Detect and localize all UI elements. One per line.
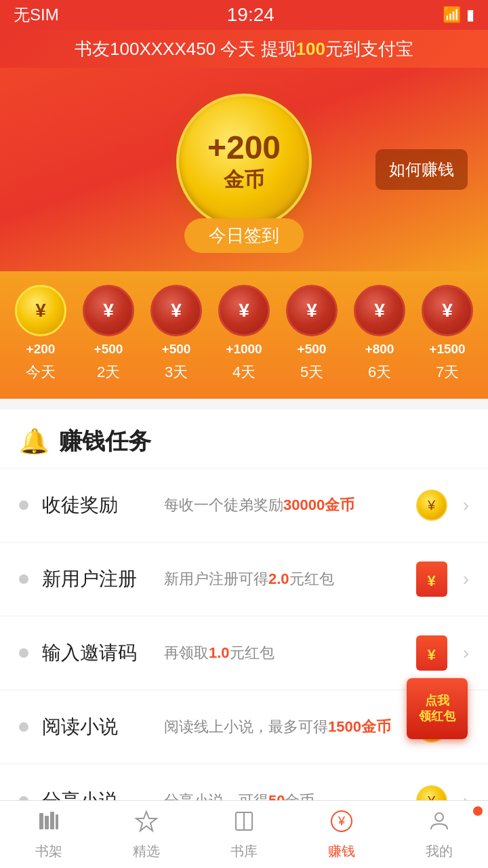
banner-suffix: 元到支付宝 [325,39,413,59]
streak-item-4[interactable]: ¥+5005天 [286,285,338,382]
nav-label-我的: 我的 [426,842,453,861]
streak-item-6[interactable]: ¥+15007天 [422,285,473,382]
banner-text: 书友100XXXX450 今天 提现100元到支付宝 [75,37,413,61]
task-item-0[interactable]: 收徒奖励每收一个徒弟奖励30000金币¥› [0,469,488,542]
streak-amount-5: +800 [365,342,394,357]
bottom-nav: 书架精选书库¥赚钱我的 [0,800,488,868]
task-desc-3: 阅读线上小说，最多可得1500金币 [164,717,401,738]
streak-coin-6: ¥ [422,285,473,336]
streak-item-0[interactable]: ¥+200今天 [15,285,66,382]
status-icons: 📶 ▮ [443,6,474,24]
nav-label-精选: 精选 [133,842,160,861]
streak-amount-4: +500 [298,342,327,357]
streak-amount-6: +1500 [429,342,465,357]
bell-icon: 🔔 [19,427,49,456]
nav-icon-我的 [427,809,451,840]
streak-section: ¥+200今天¥+5002天¥+5003天¥+10004天¥+5005天¥+80… [0,271,488,399]
streak-day-6: 7天 [436,362,459,382]
streak-amount-1: +500 [94,342,123,357]
promo-banner: 书友100XXXX450 今天 提现100元到支付宝 [0,30,488,68]
nav-label-书架: 书架 [35,842,62,861]
task-name-1: 新用户注册 [42,566,150,592]
nav-icon-书库 [232,809,256,840]
checkin-coin[interactable]: +200 金币 今日签到 [176,94,312,253]
time-label: 19:24 [227,4,274,26]
nav-label-书库: 书库 [230,842,258,861]
nav-icon-精选 [134,809,159,840]
streak-coin-2: ¥ [150,285,202,336]
nav-item-书库[interactable]: 书库 [195,801,293,868]
carrier-label: 无SIM [14,4,59,26]
floating-line2: 领红包 [419,709,455,724]
task-section: 🔔 赚钱任务 收徒奖励每收一个徒弟奖励30000金币¥›新用户注册新用户注册可得… [0,410,488,838]
banner-prefix: 书友100XXXX450 今天 提现 [75,39,296,59]
task-list: 收徒奖励每收一个徒弟奖励30000金币¥›新用户注册新用户注册可得2.0元红包›… [0,469,488,838]
how-to-earn-button[interactable]: 如何赚钱 [375,149,468,190]
streak-coin-3: ¥ [218,285,270,336]
task-dot-1 [19,574,28,584]
task-desc-0: 每收一个徒弟奖励30000金币 [164,495,401,516]
task-arrow-1: › [463,568,469,590]
streak-item-5[interactable]: ¥+8006天 [354,285,405,382]
task-icon-2 [414,635,449,671]
nav-dot-我的 [473,806,483,816]
task-desc-1: 新用户注册可得2.0元红包 [164,569,401,590]
floating-redpacket-button[interactable]: 点我 领红包 [407,678,474,746]
hero-section: +200 金币 今日签到 如何赚钱 [0,68,488,271]
svg-rect-1 [45,816,49,829]
nav-item-我的[interactable]: 我的 [390,801,488,868]
floating-btn-inner: 点我 领红包 [407,678,468,739]
coin-graphic: +200 金币 [176,94,312,229]
svg-point-9 [435,813,443,821]
task-dot-2 [19,648,28,658]
task-desc-2: 再领取1.0元红包 [164,643,401,664]
streak-day-0: 今天 [26,362,56,382]
coin-amount: +200 [207,129,281,166]
svg-rect-3 [56,814,58,829]
nav-icon-赚钱: ¥ [329,809,354,840]
streak-coin-0: ¥ [15,285,66,336]
task-name-0: 收徒奖励 [42,492,150,518]
streak-day-5: 6天 [368,362,391,382]
streak-item-2[interactable]: ¥+5003天 [150,285,202,382]
task-dot-0 [19,500,28,510]
streak-amount-0: +200 [26,342,56,357]
task-icon-1 [414,561,449,597]
wifi-icon: 📶 [443,6,461,24]
checkin-label[interactable]: 今日签到 [184,218,304,253]
svg-rect-0 [39,813,43,829]
floating-line1: 点我 [425,693,449,709]
task-header: 🔔 赚钱任务 [0,410,488,469]
task-name-2: 输入邀请码 [42,640,150,666]
streak-coin-5: ¥ [354,285,405,336]
streak-item-1[interactable]: ¥+5002天 [83,285,134,382]
nav-item-精选[interactable]: 精选 [98,801,195,868]
status-bar: 无SIM 19:24 📶 ▮ [0,0,488,30]
streak-day-2: 3天 [165,362,188,382]
streak-item-3[interactable]: ¥+10004天 [218,285,270,382]
task-dot-3 [19,722,28,732]
task-arrow-2: › [463,642,469,664]
svg-marker-4 [136,812,157,831]
task-name-3: 阅读小说 [42,714,150,740]
streak-coin-4: ¥ [286,285,338,336]
battery-icon: ▮ [466,6,474,24]
task-header-title: 赚钱任务 [59,426,151,457]
svg-text:¥: ¥ [338,814,346,828]
banner-highlight: 100 [296,39,325,59]
svg-rect-2 [50,812,54,829]
streak-amount-2: +500 [162,342,191,357]
nav-label-赚钱: 赚钱 [328,842,355,861]
nav-item-书架[interactable]: 书架 [0,801,98,868]
streak-amount-3: +1000 [226,342,262,357]
streak-day-1: 2天 [97,362,120,382]
task-item-1[interactable]: 新用户注册新用户注册可得2.0元红包› [0,542,488,616]
streak-coin-1: ¥ [83,285,134,336]
nav-icon-书架 [37,809,61,840]
streak-day-4: 5天 [300,362,323,382]
coin-label: 金币 [224,166,264,194]
task-arrow-0: › [463,494,469,516]
streak-day-3: 4天 [232,362,256,382]
task-icon-0: ¥ [414,488,449,523]
nav-item-赚钱[interactable]: ¥赚钱 [293,801,390,868]
